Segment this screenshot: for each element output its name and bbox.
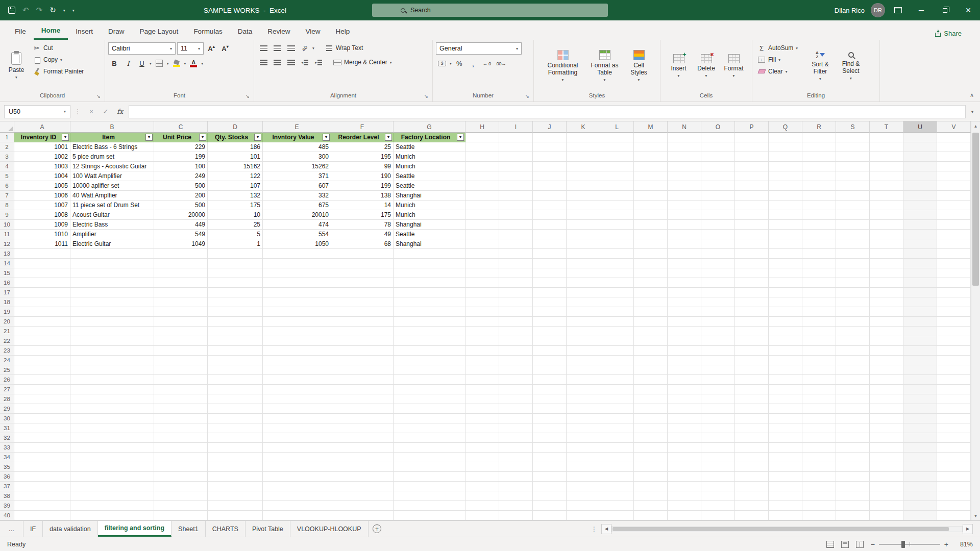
font-name-dropdown-icon[interactable]: ▾	[170, 46, 172, 51]
cell-T28[interactable]	[870, 394, 903, 404]
cell-K35[interactable]	[567, 462, 600, 472]
sheet-tab-overflow-button[interactable]: ...	[0, 521, 23, 537]
cell-R21[interactable]	[802, 327, 836, 336]
cell-K8[interactable]	[567, 201, 600, 210]
cell-A18[interactable]	[14, 297, 70, 307]
cell-M35[interactable]	[634, 462, 668, 472]
cell-R9[interactable]	[802, 210, 836, 220]
cell-I36[interactable]	[499, 472, 533, 482]
cell-B25[interactable]	[70, 365, 154, 375]
number-format-dropdown-icon[interactable]: ▾	[516, 46, 518, 51]
cell-Q19[interactable]	[769, 307, 802, 317]
cell-O36[interactable]	[701, 472, 735, 482]
cell-G38[interactable]	[394, 491, 465, 501]
cell-M3[interactable]	[634, 152, 668, 162]
cell-F18[interactable]	[331, 297, 394, 307]
cell-C3[interactable]: 199	[154, 152, 208, 162]
cell-P23[interactable]	[735, 346, 769, 356]
cell-B6[interactable]: 10000 aplifier set	[70, 181, 154, 191]
cell-A1[interactable]: Inventory ID▾	[14, 133, 70, 142]
cell-H21[interactable]	[465, 327, 499, 336]
align-left-button[interactable]	[257, 57, 270, 68]
column-header-U[interactable]: U	[903, 121, 937, 133]
row-header-5[interactable]: 5	[0, 171, 14, 181]
cell-F2[interactable]: 25	[331, 142, 394, 152]
row-header-10[interactable]: 10	[0, 220, 14, 230]
cell-C30[interactable]	[154, 414, 208, 423]
cell-L37[interactable]	[600, 482, 634, 491]
cell-S2[interactable]	[836, 142, 870, 152]
alignment-dialog-launcher[interactable]: ↘	[424, 94, 428, 99]
column-header-B[interactable]: B	[70, 121, 154, 133]
cell-C28[interactable]	[154, 394, 208, 404]
cell-A3[interactable]: 1002	[14, 152, 70, 162]
filter-dropdown-icon[interactable]: ▾	[385, 134, 392, 141]
cell-E25[interactable]	[263, 365, 331, 375]
cell-L14[interactable]	[600, 259, 634, 268]
column-header-P[interactable]: P	[735, 121, 769, 133]
insert-cells-dropdown-icon[interactable]: ▾	[678, 73, 680, 78]
cell-J26[interactable]	[533, 375, 567, 385]
cell-R16[interactable]	[802, 278, 836, 288]
cell-V27[interactable]	[937, 385, 971, 394]
cell-V32[interactable]	[937, 433, 971, 443]
scroll-down-icon[interactable]: ▼	[971, 511, 980, 520]
cell-P4[interactable]	[735, 162, 769, 171]
cell-R3[interactable]	[802, 152, 836, 162]
cell-D28[interactable]	[208, 394, 263, 404]
cell-K15[interactable]	[567, 268, 600, 278]
cell-V15[interactable]	[937, 268, 971, 278]
cell-G36[interactable]	[394, 472, 465, 482]
cell-M36[interactable]	[634, 472, 668, 482]
cell-H38[interactable]	[465, 491, 499, 501]
cell-C1[interactable]: Unit Price▾	[154, 133, 208, 142]
cell-V8[interactable]	[937, 201, 971, 210]
cell-Q21[interactable]	[769, 327, 802, 336]
cell-K21[interactable]	[567, 327, 600, 336]
cell-Q35[interactable]	[769, 462, 802, 472]
cell-H2[interactable]	[465, 142, 499, 152]
cell-P15[interactable]	[735, 268, 769, 278]
cell-J30[interactable]	[533, 414, 567, 423]
cell-Q34[interactable]	[769, 453, 802, 462]
cell-B33[interactable]	[70, 443, 154, 453]
cell-D8[interactable]: 175	[208, 201, 263, 210]
cell-O15[interactable]	[701, 268, 735, 278]
ribbon-tab-view[interactable]: View	[298, 22, 328, 40]
cell-J24[interactable]	[533, 356, 567, 365]
page-layout-view-icon[interactable]	[841, 541, 849, 548]
cell-C40[interactable]	[154, 511, 208, 520]
cell-K16[interactable]	[567, 278, 600, 288]
cell-A2[interactable]: 1001	[14, 142, 70, 152]
cell-O32[interactable]	[701, 433, 735, 443]
cell-V33[interactable]	[937, 443, 971, 453]
cell-K3[interactable]	[567, 152, 600, 162]
cell-J36[interactable]	[533, 472, 567, 482]
cell-B31[interactable]	[70, 423, 154, 433]
cell-B8[interactable]: 11 piece set of Drum Set	[70, 201, 154, 210]
cell-E22[interactable]	[263, 336, 331, 346]
cell-L7[interactable]	[600, 191, 634, 201]
cell-Q24[interactable]	[769, 356, 802, 365]
cell-K30[interactable]	[567, 414, 600, 423]
cell-M10[interactable]	[634, 220, 668, 230]
cell-B16[interactable]	[70, 278, 154, 288]
cell-F36[interactable]	[331, 472, 394, 482]
name-box-dropdown-icon[interactable]: ▾	[64, 109, 66, 114]
cell-V37[interactable]	[937, 482, 971, 491]
cell-R20[interactable]	[802, 317, 836, 327]
cell-E6[interactable]: 607	[263, 181, 331, 191]
cell-U33[interactable]	[903, 443, 937, 453]
wrap-text-button[interactable]: Wrap Text	[323, 42, 365, 54]
cell-O33[interactable]	[701, 443, 735, 453]
cell-U8[interactable]	[903, 201, 937, 210]
cell-I26[interactable]	[499, 375, 533, 385]
cell-C20[interactable]	[154, 317, 208, 327]
cell-B18[interactable]	[70, 297, 154, 307]
cell-V24[interactable]	[937, 356, 971, 365]
column-header-A[interactable]: A	[14, 121, 70, 133]
cell-T40[interactable]	[870, 511, 903, 520]
cell-O19[interactable]	[701, 307, 735, 317]
ribbon-tab-insert[interactable]: Insert	[68, 22, 101, 40]
cell-T19[interactable]	[870, 307, 903, 317]
